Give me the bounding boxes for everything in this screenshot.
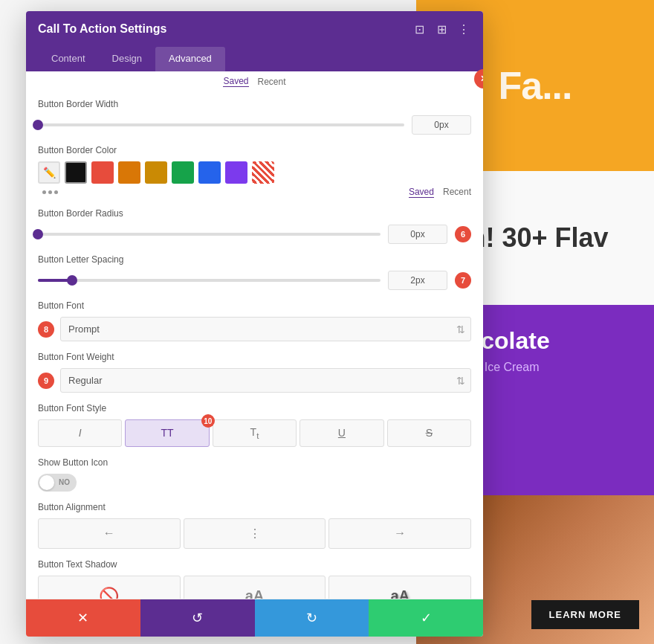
swatch-striped[interactable] (252, 161, 274, 184)
font-style-row: I TT 10 Tt U S (38, 419, 471, 447)
shadow-none-icon: 🚫 (99, 587, 119, 599)
swatch-green[interactable] (172, 161, 194, 184)
border-radius-section: Button Border Radius 6 (38, 208, 471, 244)
border-color-section: Button Border Color ✏️ Saved Recent (38, 145, 471, 198)
color-swatches: ✏️ (38, 161, 471, 184)
shadow-row: 🚫 aA aA (38, 576, 471, 599)
panel-title: Call To Action Settings (38, 22, 166, 36)
expand-icon[interactable]: ⊡ (412, 22, 427, 36)
letter-spacing-label: Button Letter Spacing (38, 254, 471, 265)
border-color-label: Button Border Color (38, 145, 471, 155)
color-picker-button[interactable]: ✏️ (38, 161, 60, 184)
shadow-dark-text: aA (390, 587, 409, 599)
panel-footer: ✕ ↺ ↻ ✓ (26, 599, 483, 637)
saved-recent-row: Saved Recent (26, 71, 483, 93)
align-row: ← ⋮ → (38, 518, 471, 549)
saved-label[interactable]: Saved (223, 76, 248, 87)
toggle-label: NO (59, 478, 70, 486)
undo-button[interactable]: ↺ (140, 599, 255, 637)
border-width-row (38, 115, 471, 135)
settings-panel: Call To Action Settings ⊡ ⊞ ⋮ Content De… (26, 11, 483, 637)
confirm-button[interactable]: ✓ (369, 599, 483, 637)
toggle-row: NO (38, 474, 471, 492)
font-weight-label: Button Font Weight (38, 352, 471, 362)
tab-design[interactable]: Design (99, 47, 155, 71)
border-width-section: Button Border Width (38, 99, 471, 135)
font-style-label: Button Font Style (38, 403, 471, 413)
align-center-button[interactable]: ⋮ (184, 518, 326, 549)
undo-icon: ↺ (192, 610, 203, 626)
font-style-underline[interactable]: U (300, 419, 383, 447)
swatch-blue[interactable] (198, 161, 221, 184)
panel-header: Call To Action Settings ⊡ ⊞ ⋮ (26, 11, 483, 47)
letter-spacing-row: 7 (38, 271, 471, 290)
alignment-section: Button Alignment ← ⋮ → (38, 502, 471, 549)
text-shadow-section: Button Text Shadow 🚫 aA aA (38, 559, 471, 599)
align-right-button[interactable]: → (328, 518, 471, 549)
font-section: Button Font 8 Prompt Open Sans Roboto La… (38, 300, 471, 341)
border-width-thumb[interactable] (33, 120, 43, 130)
font-label: Button Font (38, 300, 471, 311)
font-row: 8 Prompt Open Sans Roboto Lato ⇅ (38, 317, 471, 341)
font-style-section: Button Font Style I TT 10 Tt U S (38, 403, 471, 447)
swatch-red[interactable] (91, 161, 114, 184)
font-style-allcaps[interactable]: TT 10 (125, 419, 209, 447)
border-radius-label: Button Border Radius (38, 208, 471, 219)
confirm-icon: ✓ (421, 610, 432, 626)
font-weight-select[interactable]: Regular Bold Light Medium (60, 368, 471, 393)
border-radius-row: 6 (38, 225, 471, 244)
border-width-label: Button Border Width (38, 99, 471, 109)
show-icon-toggle[interactable]: NO (38, 474, 77, 492)
font-weight-row: 9 Regular Bold Light Medium ⇅ (38, 368, 471, 393)
step-7-badge: 7 (455, 272, 471, 289)
bg-middle-text: m! 30+ Flav (462, 222, 608, 254)
border-radius-thumb[interactable] (33, 229, 43, 239)
step-9-badge: 9 (38, 373, 54, 389)
letter-spacing-input[interactable] (388, 271, 447, 290)
shadow-none-button[interactable]: 🚫 (38, 576, 181, 599)
color-saved-label[interactable]: Saved (409, 187, 434, 198)
color-recent-label[interactable]: Recent (443, 187, 471, 198)
bg-orange-text: Fa... (498, 63, 572, 108)
border-radius-input[interactable] (388, 225, 447, 244)
step-6-badge: 6 (455, 226, 471, 242)
panel-body: Button Border Width Button Border Color … (26, 93, 483, 599)
border-radius-track[interactable] (38, 233, 381, 236)
cancel-icon: ✕ (77, 610, 88, 626)
font-style-italic[interactable]: I (38, 419, 122, 447)
border-width-track[interactable] (38, 123, 404, 126)
font-style-capitalize[interactable]: Tt (213, 419, 297, 447)
swatch-orange[interactable] (118, 161, 140, 184)
show-icon-section: Show Button Icon NO (38, 457, 471, 492)
swatch-yellow[interactable] (145, 161, 167, 184)
tab-advanced[interactable]: Advanced (155, 47, 225, 71)
step-10-badge: 10 (201, 414, 215, 428)
redo-icon: ↻ (306, 610, 317, 626)
font-style-strikethrough[interactable]: S (387, 419, 471, 447)
layout-icon[interactable]: ⊞ (434, 22, 449, 36)
letter-spacing-thumb[interactable] (67, 275, 77, 286)
letter-spacing-track[interactable] (38, 279, 381, 282)
alignment-label: Button Alignment (38, 502, 471, 512)
cancel-button[interactable]: ✕ (26, 599, 140, 637)
shadow-dark-button[interactable]: aA (328, 576, 471, 599)
shadow-light-text: aA (245, 587, 265, 599)
panel-header-icons: ⊡ ⊞ ⋮ (412, 22, 471, 36)
toggle-knob (39, 475, 54, 490)
tabs-container: Content Design Advanced ✕ (26, 47, 483, 71)
show-icon-label: Show Button Icon (38, 457, 471, 468)
recent-label[interactable]: Recent (258, 77, 286, 87)
redo-button[interactable]: ↻ (255, 599, 369, 637)
learn-more-button[interactable]: LEARN MORE (531, 600, 639, 629)
shadow-light-button[interactable]: aA (184, 576, 326, 599)
more-icon[interactable]: ⋮ (456, 22, 471, 36)
text-shadow-label: Button Text Shadow (38, 559, 471, 570)
swatch-purple[interactable] (225, 161, 247, 184)
tab-content[interactable]: Content (38, 47, 99, 71)
border-width-input[interactable] (412, 115, 471, 135)
font-select[interactable]: Prompt Open Sans Roboto Lato (60, 317, 471, 341)
swatch-black[interactable] (65, 161, 87, 184)
more-swatches-button[interactable] (38, 187, 62, 197)
align-left-button[interactable]: ← (38, 518, 181, 549)
letter-spacing-section: Button Letter Spacing 7 (38, 254, 471, 290)
